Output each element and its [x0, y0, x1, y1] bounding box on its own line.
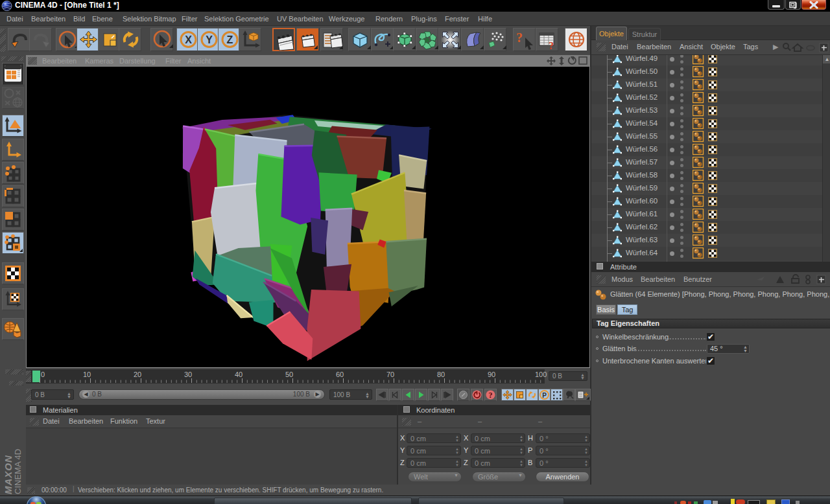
svg-text:100: 100 [535, 371, 547, 378]
svg-text:?: ? [489, 391, 493, 400]
svg-text:20: 20 [134, 371, 141, 378]
svg-text:80: 80 [437, 371, 445, 378]
svg-text:X: X [185, 34, 192, 45]
svg-text:P: P [542, 392, 547, 399]
svg-text:50: 50 [285, 371, 293, 378]
svg-text:Y: Y [206, 34, 213, 45]
svg-text:?: ? [549, 40, 554, 51]
svg-text:60: 60 [336, 371, 344, 378]
svg-text:30: 30 [184, 371, 192, 378]
svg-text:10: 10 [83, 371, 91, 378]
svg-text:70: 70 [386, 371, 394, 378]
svg-text:40: 40 [235, 371, 243, 378]
svg-text:0: 0 [41, 371, 45, 378]
svg-text:?: ? [516, 30, 523, 45]
svg-text:90: 90 [488, 371, 495, 378]
svg-text:Z: Z [227, 34, 233, 45]
